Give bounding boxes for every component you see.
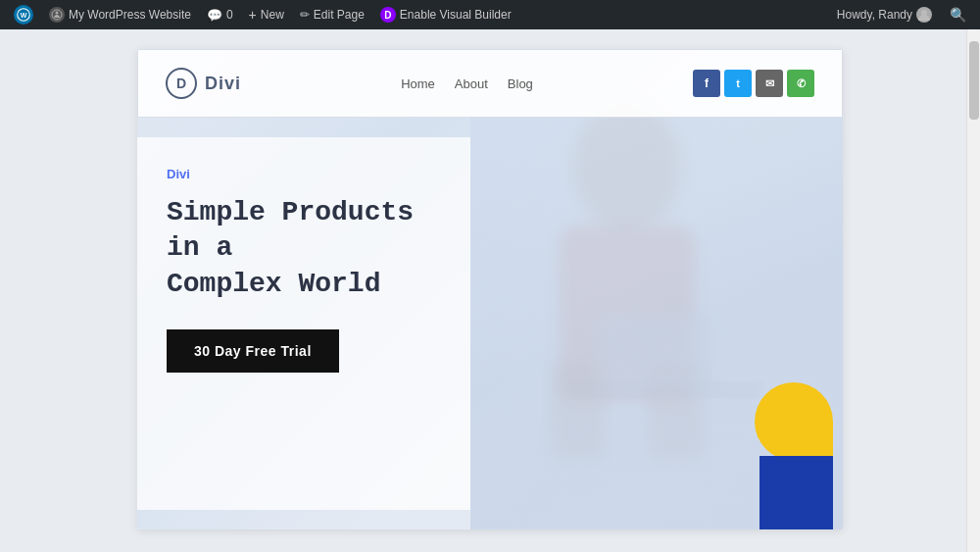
site-name-icon xyxy=(49,7,65,23)
admin-bar-right: Howdy, Randy 🔍 xyxy=(831,0,972,29)
hero-title: Simple Products in aComplex World xyxy=(167,195,441,302)
hero-tag: Divi xyxy=(167,167,441,181)
svg-text:W: W xyxy=(21,12,27,19)
svg-point-3 xyxy=(56,12,59,15)
enable-builder-item[interactable]: D Enable Visual Builder xyxy=(374,0,517,29)
hero-content: Divi Simple Products in aComplex World 3… xyxy=(137,137,843,510)
yellow-shape xyxy=(755,382,833,461)
search-item[interactable]: 🔍 xyxy=(944,0,972,29)
comments-item[interactable]: 💬 0 xyxy=(201,0,239,29)
scrollbar-thumb[interactable] xyxy=(969,41,979,120)
phone-icon: ✆ xyxy=(797,77,806,90)
search-icon: 🔍 xyxy=(950,7,966,23)
enable-builder-label: Enable Visual Builder xyxy=(400,8,512,22)
divi-logo-circle: D xyxy=(166,68,197,99)
user-avatar xyxy=(916,7,932,23)
comment-icon: 💬 xyxy=(207,8,222,23)
plus-icon: + xyxy=(249,7,257,23)
new-item[interactable]: + New xyxy=(243,0,290,29)
hero-left-panel: Divi Simple Products in aComplex World 3… xyxy=(137,137,470,510)
site-name-item[interactable]: My WordPress Website xyxy=(43,0,197,29)
cta-button[interactable]: 30 Day Free Trial xyxy=(167,329,339,373)
page-preview: D Divi Home About Blog f t ✉ xyxy=(137,49,843,529)
admin-bar: W My WordPress Website 💬 0 + New ✏ E xyxy=(0,0,980,29)
edit-page-item[interactable]: ✏ Edit Page xyxy=(294,0,370,29)
site-name-text: Divi xyxy=(205,74,241,94)
site-header: D Divi Home About Blog f t ✉ xyxy=(137,49,843,118)
email-button[interactable]: ✉ xyxy=(756,70,783,97)
new-label: New xyxy=(261,8,284,22)
facebook-icon: f xyxy=(705,76,709,90)
wp-logo-icon: W xyxy=(14,5,33,25)
phone-button[interactable]: ✆ xyxy=(787,70,814,97)
facebook-button[interactable]: f xyxy=(693,70,720,97)
nav-about[interactable]: About xyxy=(455,76,488,91)
howdy-label: Howdy, Randy xyxy=(837,8,912,22)
wp-logo-item[interactable]: W xyxy=(8,0,39,29)
divi-d-icon: D xyxy=(380,7,396,23)
site-nav: Home About Blog xyxy=(401,76,533,91)
site-name-label: My WordPress Website xyxy=(69,8,191,22)
social-icons: f t ✉ ✆ xyxy=(693,70,814,97)
comments-count: 0 xyxy=(226,8,233,22)
howdy-item[interactable]: Howdy, Randy xyxy=(831,0,938,29)
twitter-button[interactable]: t xyxy=(724,70,752,97)
pencil-icon: ✏ xyxy=(300,8,310,22)
admin-bar-left: W My WordPress Website 💬 0 + New ✏ E xyxy=(8,0,517,29)
nav-home[interactable]: Home xyxy=(401,76,435,91)
edit-page-label: Edit Page xyxy=(314,8,365,22)
blue-shape xyxy=(760,456,833,529)
scrollbar[interactable] xyxy=(966,29,980,552)
site-logo: D Divi xyxy=(166,68,241,99)
email-icon: ✉ xyxy=(765,77,774,90)
nav-blog[interactable]: Blog xyxy=(508,76,533,91)
twitter-icon: t xyxy=(736,77,740,89)
main-content-area: D Divi Home About Blog f t ✉ xyxy=(0,29,980,552)
